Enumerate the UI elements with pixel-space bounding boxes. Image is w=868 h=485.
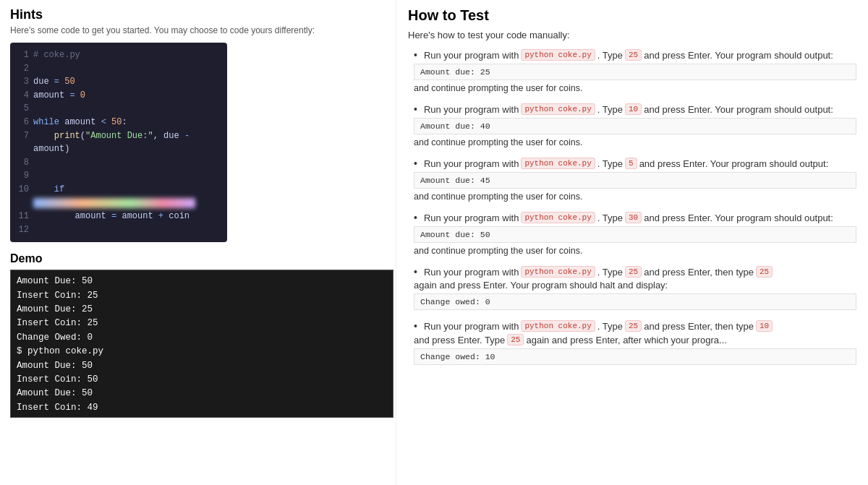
value-tag: 25 xyxy=(625,320,642,332)
code-line-10: 10 if xyxy=(17,183,220,210)
code-line-6: 6 while amount < 50: xyxy=(17,116,220,129)
output-box-2: Amount due: 40 xyxy=(414,118,856,134)
code-content: # coke.py xyxy=(33,48,80,62)
code-tag: python coke.py xyxy=(521,103,595,115)
terminal[interactable]: Amount Due: 50 Insert Coin: 25 Amount Du… xyxy=(10,270,393,418)
output-box-6: Change owed: 10 xyxy=(414,348,856,365)
terminal-line: $ python coke.py xyxy=(17,345,387,359)
code-line-2: 2 xyxy=(17,62,220,76)
test-text-1: • Run your program with python coke.py .… xyxy=(414,49,856,61)
line-num: 5 xyxy=(17,102,29,116)
how-to-title: How to Test xyxy=(408,7,856,24)
line-num: 10 xyxy=(17,183,29,210)
line-num: 3 xyxy=(17,75,29,89)
how-to-intro: Here's how to test your code manually: xyxy=(408,30,856,40)
hints-subtitle: Here's some code to get you started. You… xyxy=(10,25,386,35)
continue-text-1: and continue prompting the user for coin… xyxy=(414,83,856,93)
code-line-8: 8 xyxy=(17,156,220,170)
code-tag: python coke.py xyxy=(521,266,595,278)
code-tag: python coke.py xyxy=(521,320,595,332)
code-line-7: 7 print("Amount Due:", due - amount) xyxy=(17,129,220,156)
value-tag-3: 25 xyxy=(507,334,524,345)
bullet-1: • xyxy=(414,49,417,61)
line-num: 6 xyxy=(17,116,29,129)
test-text-6: • Run your program with python coke.py .… xyxy=(414,320,856,345)
test-text-4: • Run your program with python coke.py .… xyxy=(414,212,856,223)
terminal-line: Change Owed: 0 xyxy=(17,331,387,345)
value-tag: 30 xyxy=(625,212,642,223)
test-item-1: • Run your program with python coke.py .… xyxy=(408,49,856,93)
test-item-4: • Run your program with python coke.py .… xyxy=(408,212,856,256)
value-tag: 5 xyxy=(625,158,637,169)
code-line-4: 4 amount = 0 xyxy=(17,89,220,103)
output-box-5: Change owed: 0 xyxy=(414,293,856,310)
continue-text-4: and continue prompting the user for coin… xyxy=(414,246,856,256)
code-tag: python coke.py xyxy=(521,158,595,169)
test-item-3: • Run your program with python coke.py .… xyxy=(408,158,856,202)
output-box-3: Amount due: 45 xyxy=(414,172,856,189)
right-panel: How to Test Here's how to test your code… xyxy=(396,0,868,485)
terminal-line: Amount Due: 50 xyxy=(17,275,387,288)
terminal-line: Insert Coin: 25 xyxy=(17,289,387,303)
bullet-2: • xyxy=(414,103,417,115)
continue-text-3: and continue prompting the user for coin… xyxy=(414,192,856,202)
output-box-4: Amount due: 50 xyxy=(414,226,856,243)
terminal-line: Amount Due: 50 xyxy=(17,387,387,400)
terminal-line: Insert Coin: 49 xyxy=(17,401,387,415)
code-block: 1 # coke.py 2 3 due = 50 4 amount = 0 5 … xyxy=(10,43,227,242)
code-tag: python coke.py xyxy=(521,49,595,61)
code-line-1: 1 # coke.py xyxy=(17,48,220,62)
terminal-line: Insert Coin: 25 xyxy=(17,317,387,330)
line-num: 2 xyxy=(17,62,29,76)
test-text-5: • Run your program with python coke.py .… xyxy=(414,266,856,291)
code-line-3: 3 due = 50 xyxy=(17,75,220,89)
test-item-6: • Run your program with python coke.py .… xyxy=(408,320,856,365)
continue-text-2: and continue prompting the user for coin… xyxy=(414,137,856,147)
test-item-5: • Run your program with python coke.py .… xyxy=(408,266,856,310)
test-text-2: • Run your program with python coke.py .… xyxy=(414,103,856,115)
test-item-2: • Run your program with python coke.py .… xyxy=(408,103,856,147)
value-tag-2: 10 xyxy=(756,320,773,332)
line-num: 12 xyxy=(17,223,29,237)
terminal-line: Amount Due: 50 xyxy=(17,359,387,373)
line-num: 7 xyxy=(17,129,29,156)
line-num: 11 xyxy=(17,210,29,223)
value-tag: 25 xyxy=(625,49,642,61)
left-panel: Hints Here's some code to get you starte… xyxy=(0,0,396,485)
code-tag: python coke.py xyxy=(521,212,595,223)
terminal-line: Amount Due: 25 xyxy=(17,303,387,317)
hints-title: Hints xyxy=(10,7,386,22)
bullet-5: • xyxy=(414,266,417,278)
code-line-11: 11 amount = amount + coin xyxy=(17,210,220,223)
code-line-5: 5 xyxy=(17,102,220,116)
value-tag: 25 xyxy=(625,266,642,278)
line-num: 8 xyxy=(17,156,29,170)
test-text-3: • Run your program with python coke.py .… xyxy=(414,158,856,169)
line-num: 9 xyxy=(17,169,29,183)
line-num: 1 xyxy=(17,48,29,62)
bullet-6: • xyxy=(414,320,417,332)
terminal-line: Insert Coin: 50 xyxy=(17,373,387,387)
code-line-12: 12 xyxy=(17,223,220,237)
value-tag-2: 25 xyxy=(756,266,773,278)
terminal-line: Amount Due: 50 xyxy=(17,415,387,418)
code-line-9: 9 xyxy=(17,169,220,183)
bullet-3: • xyxy=(414,158,417,169)
demo-title: Demo xyxy=(10,252,386,265)
bullet-4: • xyxy=(414,212,417,223)
value-tag: 10 xyxy=(625,103,642,115)
line-num: 4 xyxy=(17,89,29,103)
output-box-1: Amount due: 25 xyxy=(414,64,856,80)
